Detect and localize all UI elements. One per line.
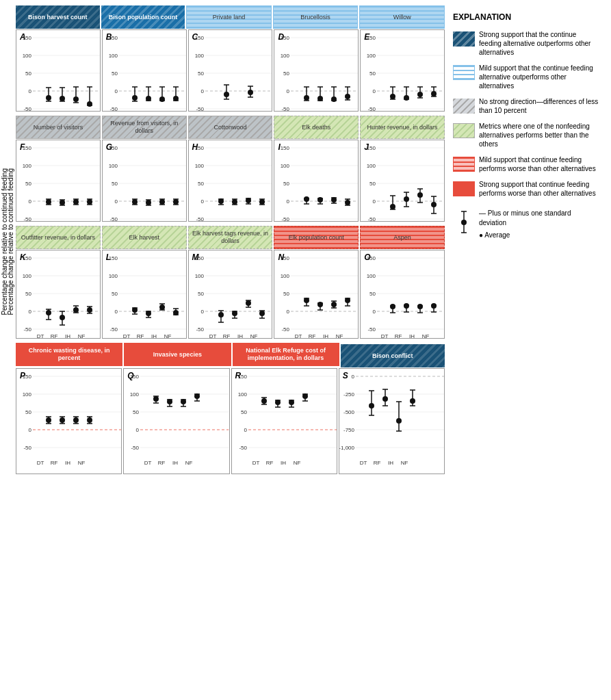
legend-swatch-4 [453, 123, 475, 138]
svg-text:RF: RF [395, 333, 402, 338]
legend-item-5: Mild support that continue feeding perfo… [453, 155, 599, 173]
svg-text:0: 0 [373, 88, 376, 94]
panel-header-G: Revenue from visitors, in dollars [102, 116, 187, 139]
svg-text:100: 100 [130, 391, 140, 398]
svg-text:0: 0 [373, 309, 376, 315]
svg-text:DT: DT [37, 333, 44, 338]
legend-text-2: Mild support that the continue feeding a… [479, 64, 599, 90]
svg-text:0: 0 [29, 427, 32, 433]
svg-text:IH: IH [151, 333, 157, 338]
svg-text:DT: DT [295, 333, 302, 338]
chart-B: B 150 100 50 0 -50 [102, 29, 187, 112]
svg-text:0: 0 [200, 198, 204, 205]
legend-item-6: Strong support that continue feeding per… [453, 180, 599, 198]
svg-text:-50: -50 [109, 326, 118, 333]
svg-text:-500: -500 [343, 409, 355, 415]
chart-E-svg: 150 100 50 0 -50 [361, 30, 444, 111]
svg-point-433 [46, 417, 51, 423]
chart-L: L 150 100 50 0 -50 [102, 250, 187, 339]
svg-text:100: 100 [367, 163, 376, 169]
legend-swatch-2 [453, 65, 475, 80]
svg-text:150: 150 [23, 374, 32, 380]
svg-text:DT: DT [122, 333, 130, 338]
svg-point-287 [60, 315, 65, 320]
chart-J: J 150 100 50 0 -50 [360, 140, 445, 222]
panel-header-C: Private land [186, 5, 272, 29]
svg-point-355 [259, 311, 265, 316]
svg-text:RF: RF [265, 460, 273, 466]
svg-point-243 [345, 200, 350, 205]
legend-text-5: Mild support that continue feeding perfo… [479, 155, 599, 173]
svg-text:50: 50 [25, 70, 31, 77]
svg-point-523 [369, 403, 374, 409]
svg-text:-50: -50 [196, 216, 204, 221]
svg-text:IH: IH [65, 333, 70, 338]
svg-text:0: 0 [114, 309, 118, 315]
chart-S: S 0 -250 -500 -750 -1,000 [339, 368, 445, 474]
svg-text:DT: DT [252, 460, 259, 466]
svg-text:-50: -50 [368, 326, 376, 333]
svg-text:50: 50 [369, 291, 376, 297]
svg-point-291 [73, 307, 79, 313]
svg-text:0: 0 [287, 309, 290, 315]
svg-point-325 [173, 310, 179, 315]
svg-point-191 [173, 199, 179, 205]
svg-point-463 [153, 396, 159, 402]
chart-D: D 150 100 50 0 -50 [274, 29, 359, 112]
svg-text:100: 100 [281, 273, 290, 279]
svg-point-283 [46, 310, 51, 315]
svg-text:NF: NF [293, 460, 300, 466]
svg-text:50: 50 [112, 70, 118, 77]
chart-A-svg: 150 100 50 0 -50 [16, 30, 100, 111]
svg-text:0: 0 [136, 427, 140, 433]
svg-point-385 [345, 298, 350, 303]
svg-text:100: 100 [108, 53, 118, 59]
panel-header-L: Elk harvest [102, 226, 187, 249]
svg-text:NF: NF [422, 333, 430, 338]
legend-swatch-6 [453, 181, 475, 196]
svg-point-445 [87, 417, 92, 423]
svg-text:IH: IH [409, 333, 415, 338]
svg-text:0: 0 [287, 88, 290, 94]
svg-text:RF: RF [309, 333, 316, 338]
svg-text:DT: DT [144, 460, 152, 466]
chart-Q: Q 150 100 50 0 -50 [123, 368, 229, 474]
svg-text:100: 100 [281, 163, 290, 169]
svg-text:50: 50 [112, 291, 118, 297]
panel-header-B: Bison population count [101, 5, 185, 29]
svg-text:RF: RF [136, 333, 144, 338]
legend-swatch-5 [453, 157, 475, 172]
header-row-3: Outfitter revenue, in dollars Elk harves… [16, 226, 445, 249]
svg-text:0: 0 [244, 427, 247, 433]
svg-text:0: 0 [200, 309, 204, 315]
svg-point-239 [331, 197, 337, 203]
panel-header-H: Cottonwood [188, 116, 273, 139]
svg-text:DT: DT [209, 333, 216, 338]
svg-text:150: 150 [194, 35, 204, 41]
svg-point-14 [46, 95, 51, 101]
svg-text:-1,000: -1,000 [339, 445, 355, 451]
svg-text:150: 150 [281, 35, 290, 41]
legend-item-4: Metrics where one of the nonfeeding alte… [453, 122, 599, 148]
charts-row-3: K 150 100 50 0 -50 [16, 250, 445, 339]
legend-title: EXPLANATION [453, 12, 599, 22]
charts-row-4: P 150 100 50 0 -50 [16, 368, 445, 474]
panel-header-O: Aspen [360, 226, 445, 249]
legend-text-6: Strong support that continue feeding per… [479, 180, 599, 198]
y-axis-label: Percentage change relative to continued … [1, 168, 8, 315]
svg-text:50: 50 [25, 291, 31, 297]
panel-header-S: Bison conflict [341, 344, 445, 367]
chart-I: I 150 100 50 0 -50 [274, 140, 359, 222]
panel-header-K: Outfitter revenue, in dollars [16, 226, 101, 249]
chart-A: A 150 100 50 0 -50 [16, 29, 101, 112]
svg-text:150: 150 [23, 35, 32, 41]
svg-point-475 [194, 393, 200, 399]
svg-point-231 [304, 196, 309, 202]
svg-point-321 [159, 304, 165, 310]
svg-text:NF: NF [400, 460, 408, 466]
svg-point-295 [87, 307, 92, 313]
svg-point-161 [73, 199, 79, 205]
svg-text:0: 0 [29, 309, 32, 315]
svg-point-99 [317, 96, 323, 101]
svg-text:-50: -50 [282, 326, 290, 333]
